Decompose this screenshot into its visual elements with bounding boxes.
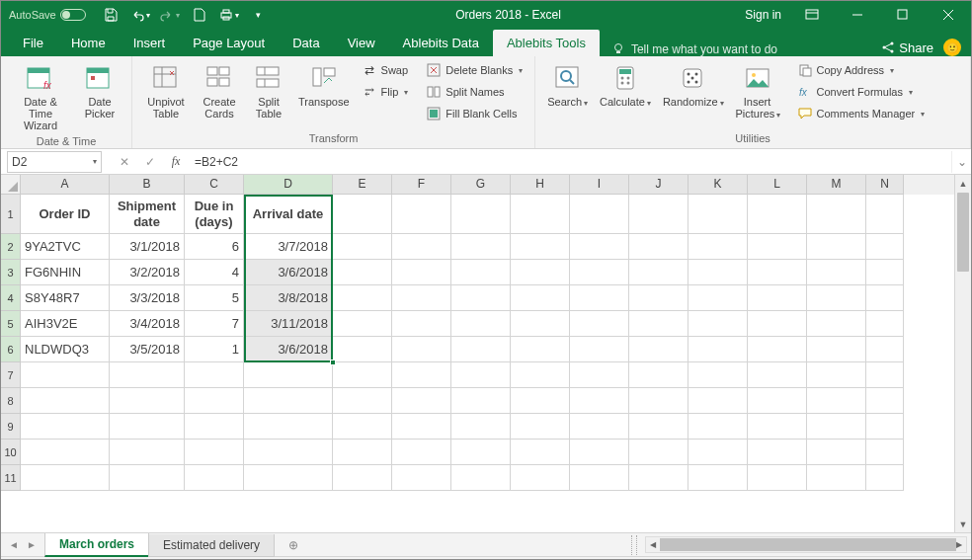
cell[interactable] — [866, 195, 904, 234]
save-icon[interactable] — [98, 3, 123, 27]
cell[interactable] — [451, 465, 511, 491]
row-header[interactable]: 4 — [1, 285, 21, 311]
select-all-corner[interactable] — [1, 175, 21, 195]
scroll-up-icon[interactable]: ▲ — [955, 175, 971, 192]
cell[interactable] — [570, 362, 629, 388]
cell[interactable]: 9YA2TVC — [21, 234, 110, 260]
cell[interactable]: 3/11/2018 — [244, 311, 333, 337]
row-header[interactable]: 5 — [1, 311, 21, 337]
fill-handle[interactable] — [330, 360, 336, 365]
col-header[interactable]: H — [511, 175, 570, 195]
cell[interactable] — [511, 440, 570, 465]
cell[interactable] — [866, 260, 904, 285]
qat-customize-icon[interactable]: ▾ — [246, 3, 272, 27]
cell[interactable]: 3/5/2018 — [110, 337, 185, 362]
col-header[interactable]: M — [807, 175, 866, 195]
col-header[interactable]: K — [688, 175, 748, 195]
cell[interactable] — [392, 337, 451, 362]
col-header[interactable]: A — [21, 175, 110, 195]
scroll-left-icon[interactable]: ◀ — [646, 537, 660, 552]
col-header[interactable]: I — [570, 175, 629, 195]
cell[interactable] — [333, 234, 392, 260]
sheet-splitter[interactable] — [631, 535, 637, 555]
cell[interactable] — [748, 414, 807, 440]
feedback-icon[interactable]: 🙂 — [943, 39, 961, 56]
cell[interactable] — [570, 337, 629, 362]
cell[interactable] — [688, 362, 748, 388]
cell[interactable] — [110, 465, 185, 491]
maximize-button[interactable] — [880, 1, 926, 29]
cell[interactable] — [570, 311, 629, 337]
cell[interactable] — [451, 337, 511, 362]
cell[interactable] — [748, 362, 807, 388]
sheet-nav-next-icon[interactable]: ► — [23, 535, 40, 555]
row-header[interactable]: 8 — [1, 388, 21, 414]
cell[interactable] — [688, 465, 748, 491]
col-header[interactable]: N — [866, 175, 904, 195]
cell[interactable] — [511, 362, 570, 388]
cell[interactable] — [451, 414, 511, 440]
cell[interactable] — [748, 311, 807, 337]
row-header[interactable]: 3 — [1, 260, 21, 285]
cell[interactable] — [629, 362, 688, 388]
scroll-thumb[interactable] — [957, 193, 969, 272]
col-header[interactable]: B — [110, 175, 185, 195]
cell[interactable] — [185, 440, 244, 465]
scroll-thumb[interactable] — [660, 538, 956, 551]
cell[interactable] — [110, 440, 185, 465]
cell[interactable] — [21, 465, 110, 491]
cancel-formula-icon[interactable]: ✕ — [112, 151, 137, 173]
cell[interactable] — [333, 311, 392, 337]
cell[interactable] — [748, 440, 807, 465]
cell[interactable] — [21, 440, 110, 465]
cell[interactable] — [392, 388, 451, 414]
cell[interactable]: 3/3/2018 — [110, 285, 185, 311]
cell[interactable] — [110, 414, 185, 440]
cell[interactable] — [21, 362, 110, 388]
name-box[interactable]: D2 ▾ — [7, 151, 102, 173]
row-header[interactable]: 7 — [1, 362, 21, 388]
scroll-down-icon[interactable]: ▼ — [955, 516, 971, 532]
cell[interactable] — [807, 234, 866, 260]
swap-button[interactable]: ⇄Swap — [358, 60, 413, 80]
cell[interactable] — [807, 388, 866, 414]
tab-view[interactable]: View — [334, 30, 389, 56]
vertical-scrollbar[interactable]: ▲ ▼ — [954, 175, 971, 532]
cell[interactable] — [866, 234, 904, 260]
add-sheet-icon[interactable]: ⊕ — [280, 535, 307, 555]
cell[interactable] — [688, 285, 748, 311]
cell[interactable] — [185, 388, 244, 414]
cell[interactable]: 3/2/2018 — [110, 260, 185, 285]
cell[interactable]: Order ID — [21, 195, 110, 234]
unpivot-table-button[interactable]: Unpivot Table — [140, 60, 192, 121]
cell[interactable] — [629, 465, 688, 491]
horizontal-scrollbar[interactable]: ◀ ▶ — [645, 536, 967, 553]
cell[interactable] — [748, 260, 807, 285]
cell[interactable] — [333, 337, 392, 362]
cell[interactable] — [807, 195, 866, 234]
row-header[interactable]: 1 — [1, 195, 21, 234]
cell[interactable] — [748, 337, 807, 362]
cell[interactable] — [451, 388, 511, 414]
cell[interactable] — [392, 234, 451, 260]
close-button[interactable] — [926, 1, 971, 29]
col-header[interactable]: D — [244, 175, 333, 195]
cell[interactable] — [807, 465, 866, 491]
row-header[interactable]: 11 — [1, 465, 21, 491]
cell[interactable] — [688, 414, 748, 440]
randomize-button[interactable]: Randomize▾ — [659, 60, 728, 110]
cell[interactable] — [21, 414, 110, 440]
cell[interactable] — [570, 234, 629, 260]
cell[interactable] — [570, 465, 629, 491]
cell[interactable] — [511, 465, 570, 491]
cell[interactable] — [866, 388, 904, 414]
cell[interactable] — [244, 388, 333, 414]
tab-insert[interactable]: Insert — [120, 30, 180, 56]
cell[interactable] — [570, 440, 629, 465]
split-names-button[interactable]: Split Names — [422, 82, 526, 102]
accept-formula-icon[interactable]: ✓ — [137, 151, 163, 173]
cell[interactable] — [451, 195, 511, 234]
cell[interactable]: NLDWDQ3 — [21, 337, 110, 362]
col-header[interactable]: F — [392, 175, 451, 195]
cell[interactable] — [570, 388, 629, 414]
